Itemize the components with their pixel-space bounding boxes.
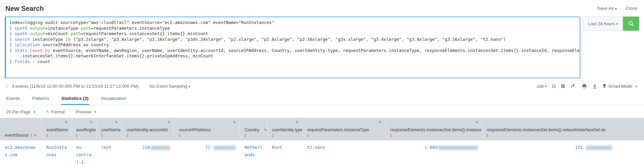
search-query-input[interactable]: index=logging-audit sourcetype="aws:clou… — [5, 17, 580, 78]
format-button[interactable]: ✎Format — [46, 109, 65, 114]
query-line: .instancesSet.items{}.networkInterfaceSe… — [9, 53, 576, 59]
pause-icon — [552, 84, 555, 88]
download-icon — [593, 84, 597, 88]
query-line: | iplocation sourceIPAddress as country — [9, 42, 576, 48]
column-header-label: responseElements.instancesSet.items{}.in… — [390, 128, 478, 132]
cell-value: ec2.amazonaws.com — [5, 145, 35, 157]
job-menu-label: Job — [536, 84, 544, 89]
share-job-button[interactable] — [571, 84, 576, 88]
page-header: New Search Save As▾ Close — [0, 0, 644, 12]
column-header[interactable]: ✎userIdentity.type▴▾ — [267, 118, 302, 140]
table-cell[interactable]: i-00d — [386, 140, 482, 164]
sort-icon[interactable]: ▴▾ — [179, 134, 180, 138]
sort-icon[interactable]: ▴▾ — [127, 134, 128, 138]
pause-job-button[interactable] — [552, 84, 555, 88]
caret-down-icon: ▾ — [615, 7, 617, 10]
pencil-icon: ✎ — [46, 110, 49, 114]
search-mode-selector[interactable]: Smart Mode▾ — [603, 84, 637, 89]
table-cell[interactable]: 77 — [174, 140, 240, 164]
column-header[interactable]: ✎eventName▴▾ — [42, 118, 71, 140]
search-mode-label: Smart Mode — [608, 84, 632, 89]
redacted-value — [586, 146, 612, 150]
table-cell[interactable]: Netherlands — [240, 140, 267, 164]
job-menu-button[interactable]: Job▾ — [536, 84, 547, 89]
tab-statistics-3[interactable]: Statistics (3) — [61, 92, 89, 105]
redacted-value — [213, 146, 236, 150]
stop-icon — [561, 84, 565, 88]
query-line: | search instanceType IN ("p3.2xlarge", … — [9, 37, 576, 43]
edit-column-icon[interactable]: ✎ — [296, 120, 299, 125]
preview-label: Preview — [76, 109, 91, 114]
column-header[interactable]: responseElements.instancesSet.items{}.ne… — [482, 118, 644, 140]
sort-icon[interactable]: ▴▾ — [487, 134, 488, 138]
time-range-picker[interactable]: Last 24 hours ▾ — [583, 17, 623, 31]
column-header-label: eventSource — [5, 133, 28, 138]
close-button[interactable]: Close — [625, 6, 637, 11]
save-as-button[interactable]: Save As▾ — [597, 6, 617, 11]
preview-dropdown[interactable]: Preview▾ — [76, 109, 96, 114]
cell-value: RunInstances — [46, 145, 67, 157]
column-header-label: awsRegion — [76, 128, 93, 132]
sort-icon[interactable]: ▴▾ — [390, 134, 392, 138]
column-header-label: userIdentity.type — [272, 128, 299, 132]
redacted-value — [438, 146, 478, 150]
cell-value: 77 — [205, 145, 213, 150]
column-header[interactable]: ✎userIdentity.accountId▴▾ — [122, 118, 174, 140]
caret-down-icon: ▾ — [94, 110, 96, 114]
per-page-dropdown[interactable]: 20 Per Page▾ — [6, 109, 35, 114]
column-header[interactable]: ✎requestParameters.instanceType▴▾ — [302, 118, 386, 140]
edit-column-icon[interactable]: ✎ — [90, 120, 93, 125]
column-header[interactable]: ✎awsRegion▴▾ — [71, 118, 96, 140]
edit-column-icon[interactable]: ✎ — [264, 128, 267, 132]
query-line: | spath output=instanceType path=request… — [9, 26, 576, 31]
edit-column-icon[interactable]: ✎ — [475, 120, 478, 125]
lightbulb-icon — [603, 84, 606, 88]
column-header[interactable]: Country✎▴▾ — [240, 118, 267, 140]
table-cell[interactable]: RunInstances — [42, 140, 71, 164]
column-header[interactable]: ✎userName▴▾ — [96, 118, 122, 140]
sort-icon[interactable]: ▴▾ — [245, 134, 246, 138]
table-cell[interactable]: ec2.amazonaws.com — [0, 140, 42, 164]
results-toolbar: 20 Per Page▾ ✎Format Preview▾ — [0, 105, 644, 118]
events-count-text[interactable]: 3 events (11/9/19 11:00:00.000 PM to 11/… — [12, 84, 139, 89]
job-done-check-icon: ✓ — [5, 84, 9, 89]
caret-down-icon: ▾ — [188, 85, 190, 88]
redacted-value — [151, 146, 170, 150]
column-header[interactable]: ✎sourceIPAddress▴▾ — [174, 118, 240, 140]
sort-icon[interactable]: ▴▾ — [101, 134, 102, 138]
tab-events[interactable]: Events — [5, 92, 21, 105]
table-cell[interactable]: 172. — [482, 140, 644, 164]
table-cell[interactable]: eu-central-1 — [71, 140, 96, 164]
table-cell[interactable]: t2.nano — [302, 140, 386, 164]
table-cell[interactable]: Root — [267, 140, 302, 164]
table-cell[interactable]: root — [96, 140, 122, 164]
edit-column-icon[interactable]: ✎ — [65, 120, 68, 125]
time-range-label: Last 24 hours — [588, 21, 615, 26]
sort-icon[interactable]: ▴▾ — [30, 133, 32, 137]
cell-value: Netherlands — [245, 145, 262, 157]
edit-column-icon[interactable]: ✎ — [34, 133, 37, 138]
export-button[interactable] — [593, 84, 597, 88]
column-header-label: requestParameters.instanceType — [307, 128, 382, 132]
table-cell[interactable]: 218 — [122, 140, 174, 164]
tab-patterns[interactable]: Patterns — [31, 92, 50, 105]
edit-column-icon[interactable]: ✎ — [233, 120, 236, 125]
stop-job-button[interactable] — [561, 84, 565, 88]
search-button[interactable] — [623, 17, 639, 31]
print-button[interactable] — [582, 84, 587, 88]
edit-column-icon[interactable]: ✎ — [379, 120, 382, 125]
column-header[interactable]: ✎responseElements.instancesSet.items{}.i… — [386, 118, 482, 140]
event-sampling-dropdown[interactable]: No Event Sampling▾ — [150, 84, 190, 89]
per-page-label: 20 Per Page — [6, 109, 30, 114]
job-status-bar: ✓ 3 events (11/9/19 11:00:00.000 PM to 1… — [5, 82, 637, 90]
column-header[interactable]: eventSource▴▾✎ — [0, 118, 42, 140]
column-header-label: Country — [245, 128, 259, 132]
sort-icon[interactable]: ▴▾ — [307, 134, 308, 138]
sort-icon[interactable]: ▴▾ — [76, 134, 77, 138]
sort-icon[interactable]: ▴▾ — [272, 134, 273, 138]
query-line: | fields - count — [9, 59, 576, 65]
edit-column-icon[interactable]: ✎ — [167, 120, 170, 125]
tab-visualization[interactable]: Visualization — [100, 92, 127, 105]
edit-column-icon[interactable]: ✎ — [115, 120, 118, 125]
sort-icon[interactable]: ▴▾ — [46, 134, 48, 138]
